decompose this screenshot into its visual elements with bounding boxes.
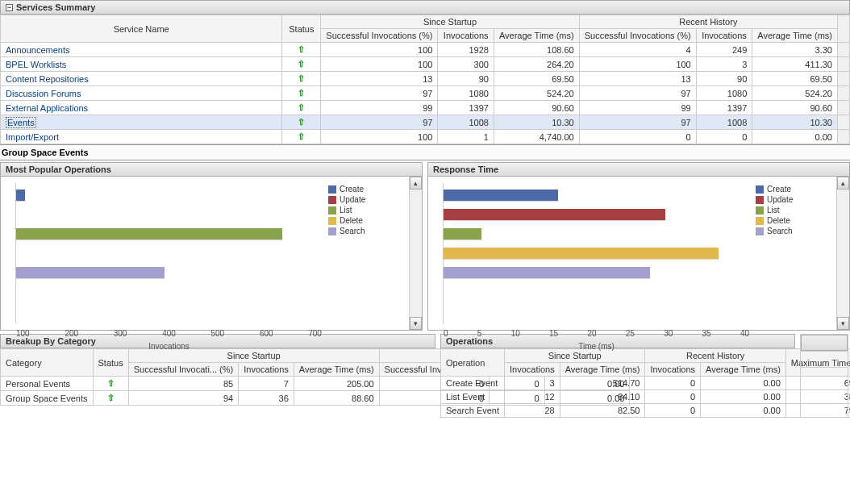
service-link[interactable]: Events — [6, 117, 36, 128]
bar-row — [444, 265, 749, 280]
legend-swatch — [328, 227, 336, 235]
col-operation: Operation — [441, 349, 505, 377]
table-row[interactable]: Discussion Forums⇧971080524.20971080524.… — [1, 86, 850, 101]
col-status: Status — [282, 15, 321, 43]
legend-swatch — [756, 227, 764, 235]
scroll-down-icon[interactable]: ▾ — [410, 317, 422, 330]
bar-row — [16, 246, 322, 260]
col-grp-recent-history: Recent History — [579, 15, 837, 29]
chart-popular-area: 100200300400500600700 Invocations — [15, 183, 322, 323]
service-link[interactable]: Import/Export — [6, 132, 59, 142]
service-link[interactable]: Announcements — [6, 45, 70, 55]
status-up-icon: ⇧ — [298, 73, 305, 83]
col-grp-since-startup: Since Startup — [321, 15, 579, 29]
chart-response-xlabel: Time (ms) — [444, 342, 749, 351]
bar-list — [444, 228, 481, 240]
table-row[interactable]: Import/Export⇧10014,740.00000.00 — [1, 130, 850, 144]
bar-search — [16, 267, 165, 278]
table-row[interactable]: Announcements⇧1001928108.6042493.30 — [1, 43, 850, 57]
legend-item: Delete — [756, 216, 828, 225]
chart-response-time: Response Time 0510152025303540 Time (ms)… — [427, 162, 850, 331]
legend-item: Search — [756, 227, 828, 235]
legend-item: List — [756, 206, 828, 215]
legend-item: Update — [328, 195, 401, 204]
col-avg: Average Time (ms) — [494, 29, 579, 43]
col-grp-ss: Since Startup — [128, 349, 379, 363]
bar-search — [444, 267, 650, 278]
scroll-up-icon[interactable]: ▴ — [410, 177, 422, 190]
service-link[interactable]: BPEL Worklists — [6, 60, 66, 69]
legend-item: Create — [756, 185, 828, 194]
table-row[interactable]: Search Event2882.5000.00794.00 — [441, 404, 851, 418]
chart-popular-operations: Most Popular Operations 1002003004005006… — [0, 162, 423, 331]
chart-legend: CreateUpdateListDeleteSearch — [328, 183, 401, 323]
table-row[interactable]: BPEL Worklists⇧100300264.201003411.30 — [1, 57, 850, 72]
scroll-up-icon[interactable]: ▴ — [837, 177, 849, 190]
chart-scrollbar[interactable]: ▴ ▾ — [409, 177, 422, 330]
bar-create — [16, 190, 25, 201]
status-up-icon: ⇧ — [298, 44, 305, 54]
legend-swatch — [756, 185, 764, 194]
col-rsucc: Successful Invocations (%) — [579, 29, 696, 43]
bar-row — [444, 246, 749, 260]
status-up-icon: ⇧ — [298, 59, 305, 69]
col-inv: Invocations — [438, 29, 494, 43]
chart-popular-title: Most Popular Operations — [1, 163, 422, 177]
legend-item: Delete — [328, 216, 401, 225]
scroll-down-icon[interactable]: ▾ — [837, 317, 849, 330]
chart-legend: CreateUpdateListDeleteSearch — [756, 183, 828, 323]
chart-response-title: Response Time — [428, 163, 849, 177]
legend-swatch — [756, 217, 764, 225]
chart-popular-xlabel: Invocations — [16, 342, 322, 351]
bar-update — [444, 209, 665, 220]
group-space-events-title: Group Space Events — [0, 144, 850, 160]
legend-item: Update — [756, 195, 828, 204]
status-up-icon: ⇧ — [298, 117, 305, 127]
col-ravg: Average Time (ms) — [752, 29, 838, 43]
status-up-icon: ⇧ — [298, 88, 305, 98]
collapse-icon[interactable]: − — [6, 4, 13, 11]
status-up-icon: ⇧ — [298, 102, 305, 112]
status-up-icon: ⇧ — [107, 393, 115, 402]
col-status: Status — [93, 349, 128, 377]
status-up-icon: ⇧ — [298, 131, 305, 141]
bar-row — [444, 227, 749, 241]
bar-delete — [444, 248, 719, 259]
table-row[interactable]: External Applications⇧99139790.609913979… — [1, 101, 850, 115]
bar-row — [16, 207, 322, 222]
services-summary-header: − Services Summary — [0, 0, 850, 15]
service-link[interactable]: External Applications — [6, 103, 88, 113]
legend-item: List — [328, 206, 401, 215]
status-up-icon: ⇧ — [107, 378, 115, 388]
legend-item: Create — [328, 185, 401, 194]
bar-list — [16, 228, 282, 240]
operations-table: Operation Since Startup Recent History M… — [440, 348, 850, 418]
chart-scrollbar[interactable]: ▴ ▾ — [836, 177, 849, 330]
legend-swatch — [756, 196, 764, 204]
legend-item: Search — [328, 227, 401, 235]
services-summary-title: Services Summary — [16, 2, 95, 12]
bar-row — [16, 265, 322, 280]
col-rinv: Invocations — [696, 29, 752, 43]
service-link[interactable]: Content Repositories — [6, 74, 89, 84]
col-service-name: Service Name — [1, 15, 282, 43]
service-link[interactable]: Discussion Forums — [6, 89, 81, 98]
bar-row — [16, 188, 322, 202]
table-row[interactable]: Create Event3514.7000.00698.00 — [441, 377, 851, 390]
bar-row — [444, 207, 749, 222]
col-category: Category — [1, 349, 94, 377]
bar-create — [444, 190, 558, 201]
services-summary-table: Service Name Status Since Startup Recent… — [0, 15, 850, 144]
legend-swatch — [328, 196, 336, 204]
bar-row — [444, 188, 749, 202]
table-row[interactable]: Events⇧97100810.3097100810.30 — [1, 115, 850, 130]
legend-swatch — [328, 185, 336, 194]
bar-row — [16, 227, 322, 241]
table-row[interactable]: Content Repositories⇧139069.50139069.50 — [1, 72, 850, 86]
legend-swatch — [328, 206, 336, 215]
col-succ: Successful Invocations (%) — [321, 29, 438, 43]
table-row[interactable]: List Event1264.1000.00385.00 — [441, 390, 851, 404]
legend-swatch — [756, 206, 764, 215]
chart-response-area: 0510152025303540 Time (ms) — [443, 183, 749, 323]
legend-swatch — [328, 217, 336, 225]
